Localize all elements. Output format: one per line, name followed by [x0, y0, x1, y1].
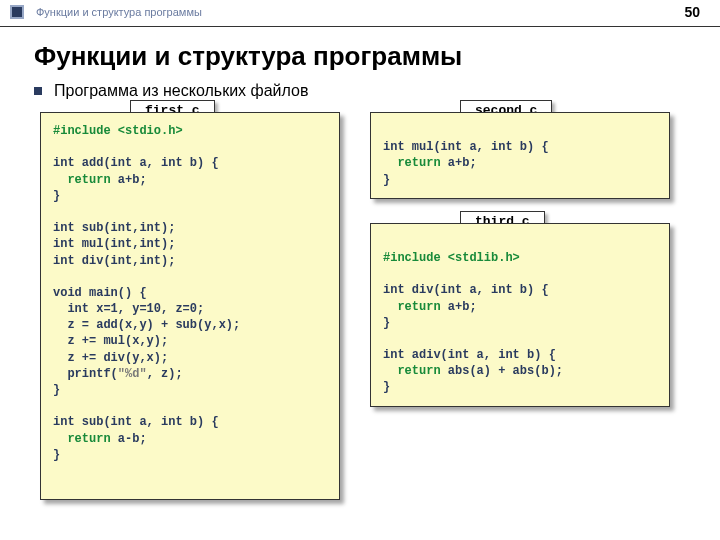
code-text: a+b;: [441, 300, 477, 314]
header-left: Функции и структура программы: [10, 5, 202, 19]
content-area: first.c #include <stdio.h> int add(int a…: [0, 112, 720, 500]
subtitle-row: Программа из нескольких файлов: [0, 82, 720, 100]
third-wrap: third.c #include <stdlib.h> int div(int …: [370, 223, 670, 407]
code-text: }: [53, 448, 60, 462]
code-text: int sub(int,int);: [53, 221, 175, 235]
code-text: int div(int a, int b) {: [383, 283, 549, 297]
code-text: #include: [383, 251, 441, 265]
code-text: int mul(int a, int b) {: [383, 140, 549, 154]
code-text: int x=1, y=10, z=0;: [53, 302, 204, 316]
code-text: #include: [53, 124, 111, 138]
code-text: printf(: [53, 367, 118, 381]
code-text: }: [383, 316, 390, 330]
code-text: int mul(int,int);: [53, 237, 175, 251]
code-text: return: [383, 156, 441, 170]
code-text: a-b;: [111, 432, 147, 446]
code-text: }: [383, 380, 390, 394]
bullet-icon: [34, 87, 42, 95]
code-text: }: [53, 189, 60, 203]
code-box-second: int mul(int a, int b) { return a+b; }: [370, 112, 670, 199]
code-text: z += mul(x,y);: [53, 334, 168, 348]
code-text: }: [53, 383, 60, 397]
code-text: z += div(y,x);: [53, 351, 168, 365]
code-text: return: [383, 364, 441, 378]
right-column: second.c int mul(int a, int b) { return …: [370, 112, 670, 500]
page-number: 50: [684, 4, 700, 20]
code-text: a+b;: [441, 156, 477, 170]
code-text: z = add(x,y) + sub(y,x);: [53, 318, 240, 332]
subtitle: Программа из нескольких файлов: [54, 82, 308, 100]
square-icon: [10, 5, 24, 19]
left-column: first.c #include <stdio.h> int add(int a…: [40, 112, 340, 500]
second-wrap: second.c int mul(int a, int b) { return …: [370, 112, 670, 199]
code-text: return: [53, 173, 111, 187]
code-text: int adiv(int a, int b) {: [383, 348, 556, 362]
code-text: abs(a) + abs(b);: [441, 364, 563, 378]
code-text: <stdio.h>: [118, 124, 183, 138]
code-text: int sub(int a, int b) {: [53, 415, 219, 429]
code-text: <stdlib.h>: [448, 251, 520, 265]
code-text: int add(int a, int b) {: [53, 156, 219, 170]
code-text: int div(int,int);: [53, 254, 175, 268]
code-text: return: [53, 432, 111, 446]
code-text: "%d": [118, 367, 147, 381]
breadcrumb: Функции и структура программы: [36, 6, 202, 18]
code-text: , z);: [147, 367, 183, 381]
code-text: void main() {: [53, 286, 147, 300]
code-box-third: #include <stdlib.h> int div(int a, int b…: [370, 223, 670, 407]
code-text: a+b;: [111, 173, 147, 187]
header-bar: Функции и структура программы 50: [0, 0, 720, 27]
code-text: return: [383, 300, 441, 314]
page-title: Функции и структура программы: [0, 27, 720, 82]
code-box-first: #include <stdio.h> int add(int a, int b)…: [40, 112, 340, 500]
code-text: }: [383, 173, 390, 187]
